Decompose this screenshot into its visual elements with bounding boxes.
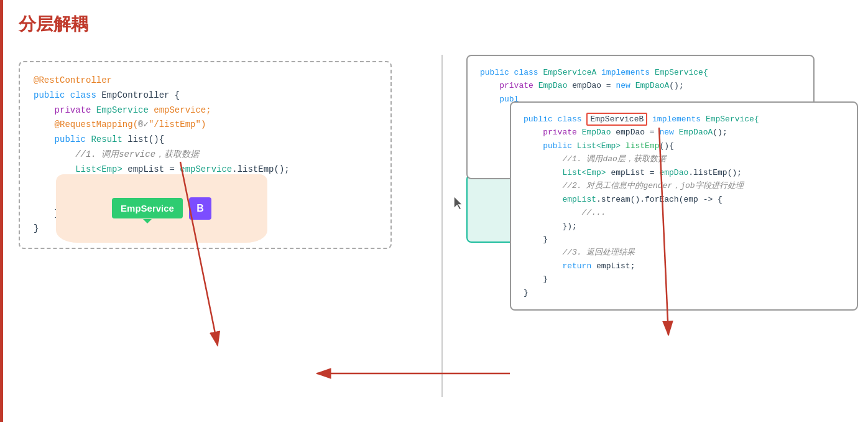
code-line-2: public class EmpController { — [34, 88, 377, 103]
comment-1: //1. 调用service，获取数据 — [34, 149, 199, 159]
left-panel: @RestController public class EmpControll… — [19, 55, 441, 249]
rb-line-8: //... — [524, 206, 844, 219]
right-panel: public class EmpServiceA implements EmpS… — [454, 55, 849, 249]
field-empservice: empService; — [154, 105, 211, 115]
emp-service-label: EmpService — [112, 198, 183, 218]
method-list: list(){ — [127, 134, 164, 144]
page-title: 分层解耦 — [19, 12, 849, 36]
rb-line-9: }); — [524, 220, 844, 233]
rb-line-14: } — [524, 286, 844, 299]
ra-line-1: public class EmpServiceA implements EmpS… — [480, 66, 801, 79]
rb-line-12: return empList; — [524, 260, 844, 273]
rb-line-10: } — [524, 233, 844, 246]
rb-line-2: private EmpDao empDao = new EmpDaoA(); — [524, 126, 844, 139]
code-line-3: private EmpService empService; — [34, 103, 377, 118]
rb-line-3: public List<Emp> listEmp(){ — [524, 139, 844, 152]
label-arrow-down — [143, 219, 152, 223]
highlighted-empserviceb: EmpServiceB — [586, 113, 647, 126]
badge-b-service-left: B — [189, 197, 211, 220]
code-line-5: public Result list(){ — [34, 133, 377, 148]
rb-line-4: //1. 调用dao层，获取数据 — [524, 152, 844, 166]
code-line-1: @RestController — [34, 73, 377, 88]
annotation-close: ) — [201, 120, 206, 129]
string-listemp: "/listEmp" — [149, 120, 201, 129]
rb-line-6: //2. 对员工信息中的gender，job字段进行处理 — [524, 179, 844, 192]
page-container: 分层解耦 @RestController public class EmpCon… — [0, 0, 868, 422]
type-listemp: List<Emp> — [34, 164, 127, 174]
closing-brace-2: } — [34, 223, 39, 233]
code-line-4: @RequestMapping(®✓"/listEmp") — [34, 118, 377, 133]
annotation-rest-controller: @RestController — [34, 75, 112, 85]
rb-line-1: public class EmpServiceB implements EmpS… — [524, 113, 844, 126]
rb-line-5: List<Emp> empList = empDao.listEmp(); — [524, 166, 844, 179]
content-area: @RestController public class EmpControll… — [19, 55, 849, 249]
emp-service-b-code-box: public class EmpServiceB implements EmpS… — [510, 101, 858, 311]
type-result: Result — [91, 134, 127, 144]
rb-line-11: //3. 返回处理结果 — [524, 246, 844, 259]
var-emplist-assign: empList = — [127, 164, 180, 174]
kw-private: private — [34, 105, 96, 115]
empservice-call: empService — [180, 164, 232, 174]
class-name-empcontroller: EmpController { — [101, 90, 180, 100]
rb-line-7: empList.stream().forEach(emp -> { — [524, 193, 844, 206]
annotation-requestmapping: @RequestMapping( — [34, 120, 138, 129]
ra-line-2: private EmpDao empDao = new EmpDaoA(); — [480, 79, 801, 92]
annotation-sym: ®✓ — [138, 120, 149, 129]
vertical-divider — [441, 55, 443, 397]
type-empservice: EmpService — [96, 105, 154, 115]
service-box: EmpService B — [56, 174, 267, 243]
code-line-6: //1. 调用service，获取数据 — [34, 148, 377, 162]
kw-public-2: public — [34, 134, 91, 144]
kw-public-class: public class — [34, 90, 101, 100]
rb-line-13: } — [524, 273, 844, 286]
listemp-call: .listEmp(); — [232, 164, 289, 174]
